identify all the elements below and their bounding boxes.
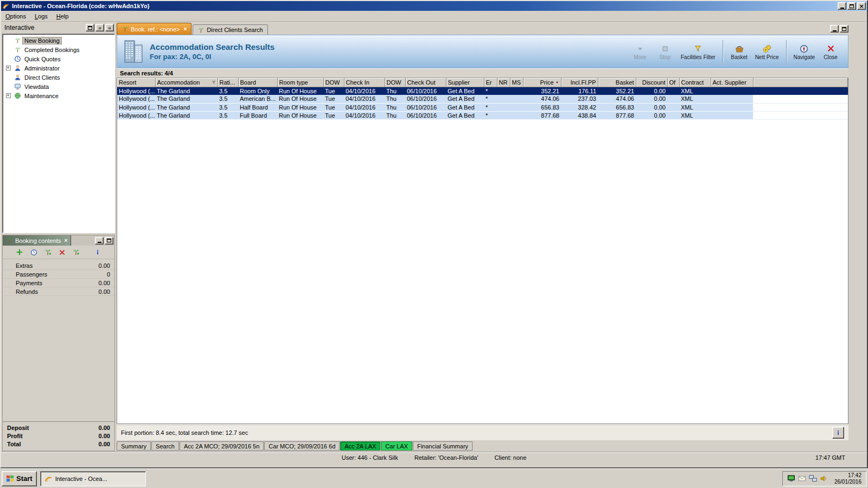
info-button[interactable] [832,427,844,439]
sidebar-item-quick-quotes[interactable]: Quick Quotes [3,54,114,63]
facilities-filter-button[interactable]: Facilities Filter [678,38,718,65]
column-header-dow[interactable]: DOW [323,78,344,87]
tray-time: 17:42 [834,472,861,479]
search-status-bar: First portion: 8.4 sec, total search tim… [117,424,848,440]
column-header-contract[interactable]: Contract [679,78,711,87]
content-area: Interactive » « New BookingCompleted Boo… [1,22,867,452]
column-header-board[interactable]: Board [238,78,277,87]
booking-minimize-button[interactable] [95,237,104,245]
child-restore-button[interactable] [840,25,848,33]
column-header-price[interactable]: Price [523,78,561,87]
minimize-button[interactable] [838,2,846,10]
table-row[interactable]: Hollywood (...The Garland3.5Full BoardRu… [117,111,848,119]
plus-box-icon[interactable]: + [6,93,11,98]
booking-row-label: Refunds [3,288,99,295]
sidebar-item-completed-bookings[interactable]: Completed Bookings [3,45,114,54]
column-header-incl-fl-pp[interactable]: Incl.Fl.PP [561,78,598,87]
child-minimize-button[interactable] [830,25,839,33]
close-button[interactable]: Close [819,38,843,65]
taskbar-task-button[interactable]: Interactive - Ocea... [40,471,146,486]
expand-icon[interactable]: + [3,93,13,98]
column-header-rati[interactable]: Rati... [218,78,238,87]
column-header-resort[interactable]: Resort [117,78,155,87]
close-button[interactable]: × [857,2,866,10]
plus-box-icon[interactable]: + [6,66,11,70]
column-filter-icon[interactable] [211,80,216,86]
booking-row[interactable]: Payments0.00 [3,279,114,287]
column-header-of[interactable]: Of [667,78,679,87]
column-header-supplier[interactable]: Supplier [446,78,484,87]
sidebar-item-viewdata[interactable]: Viewdata [3,82,114,91]
expand-icon[interactable]: + [3,66,13,70]
collapse-panel-button[interactable] [86,24,94,31]
booking-row[interactable]: Refunds0.00 [3,287,114,296]
bottom-tab-acc-2a-lax[interactable]: Acc 2A LAX [340,441,380,451]
table-cell [497,95,510,103]
table-cell-filler [753,87,848,95]
column-header-check-out[interactable]: Check Out [405,78,446,87]
info-icon[interactable] [93,247,103,257]
tab-booking-ref[interactable]: Book. ref.: <none> × [117,23,192,35]
table-row[interactable]: Hollywood (...The Garland3.5American B..… [117,95,848,103]
booking-contents-tab[interactable]: Booking contents × [3,235,71,246]
tray-clock[interactable]: 17:42 26/01/2016 [831,472,861,485]
dock-panel-button[interactable]: » [95,24,104,31]
column-header-check-in[interactable]: Check In [344,78,385,87]
mail-icon[interactable] [798,474,807,483]
delete-icon[interactable] [57,247,67,257]
booking-tab-close-icon[interactable]: × [64,237,67,243]
column-header-basket[interactable]: Basket [598,78,636,87]
volume-icon[interactable] [820,474,828,483]
sidebar-item-label: Completed Bookings [22,46,82,54]
table-row[interactable]: Hollywood (...The Garland3.5Half BoardRu… [117,103,848,111]
start-label: Start [16,474,33,483]
column-header-discount[interactable]: Discount [636,78,667,87]
pin-panel-button[interactable]: « [105,24,114,31]
bottom-tab-car-lax[interactable]: Car LAX [381,441,412,451]
navigate-button[interactable]: Navigate [791,38,818,65]
bottom-tab-search[interactable]: Search [151,441,179,451]
sidebar-item-new-booking[interactable]: New Booking [3,36,114,45]
palm-add-icon[interactable] [43,247,53,257]
booking-maximize-button[interactable] [105,237,113,245]
menu-options[interactable]: Options [1,12,30,21]
sidebar-item-administrator[interactable]: +Administrator [3,63,114,73]
tab-direct-clients-search[interactable]: Direct Clients Search [193,24,267,35]
display-icon[interactable] [787,474,796,483]
menu-help[interactable]: Help [52,12,73,21]
minimize-icon [98,242,101,243]
tab-label: Book. ref.: <none> [131,26,180,33]
table-row[interactable]: Hollywood (...The Garland3.5Room OnlyRun… [117,87,848,95]
booking-row[interactable]: Extras0.00 [3,261,114,270]
info-icon [835,429,841,436]
booking-panel-buttons [95,237,114,245]
maximize-button[interactable] [847,2,856,10]
bottom-tab-car-mco-29-09-2016-6d[interactable]: Car MCO; 29/09/2016 6d [264,441,340,451]
table-cell: 06/10/2016 [405,87,446,95]
maximize-icon [107,239,111,242]
nett-price-button[interactable]: Nett Price [752,38,782,65]
column-header-er[interactable]: Er [484,78,497,87]
palm-up-icon[interactable] [71,247,81,257]
basket-button[interactable]: Basket [727,38,751,65]
column-header-accommodation[interactable]: Accommodation [155,78,218,87]
bottom-tab-financial-summary[interactable]: Financial Summary [413,441,473,451]
menu-logs[interactable]: Logs [30,12,52,21]
results-count-label: Search results: 4/4 [120,70,173,76]
sidebar-item-direct-clients[interactable]: Direct Clients [3,73,114,82]
table-cell-filler [753,103,848,111]
network-icon[interactable] [809,474,818,483]
column-header-act-supplier[interactable]: Act. Supplier [711,78,753,87]
column-header-ms[interactable]: MS [510,78,523,87]
bottom-tab-summary[interactable]: Summary [117,441,151,451]
sidebar-item-maintenance[interactable]: +Maintenance [3,91,114,100]
start-button[interactable]: Start [2,471,37,486]
column-header-room-type[interactable]: Room type [277,78,323,87]
clock-icon[interactable] [29,247,39,257]
booking-row[interactable]: Passengers0 [3,270,114,279]
bottom-tab-acc-2a-mco-29-09-2016-5n[interactable]: Acc 2A MCO; 29/09/2016 5n [180,441,264,451]
add-icon[interactable] [15,247,24,257]
column-header-nr[interactable]: NR [497,78,510,87]
tab-close-icon[interactable]: × [184,26,187,32]
column-header-dow[interactable]: DOW [385,78,405,87]
